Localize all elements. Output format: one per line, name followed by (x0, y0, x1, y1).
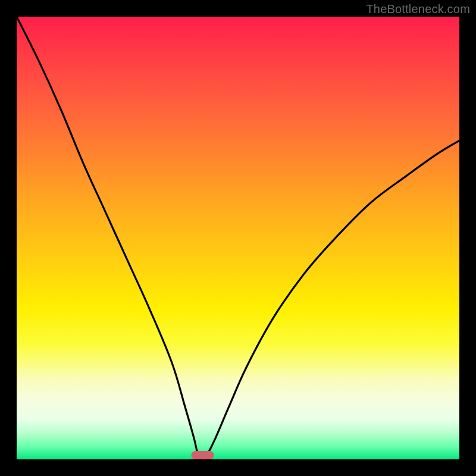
watermark-text: TheBottleneck.com (366, 2, 470, 16)
bottleneck-curve (17, 17, 459, 459)
plot-area (17, 17, 459, 459)
chart-frame: TheBottleneck.com (0, 0, 476, 476)
optimal-marker (192, 451, 214, 459)
